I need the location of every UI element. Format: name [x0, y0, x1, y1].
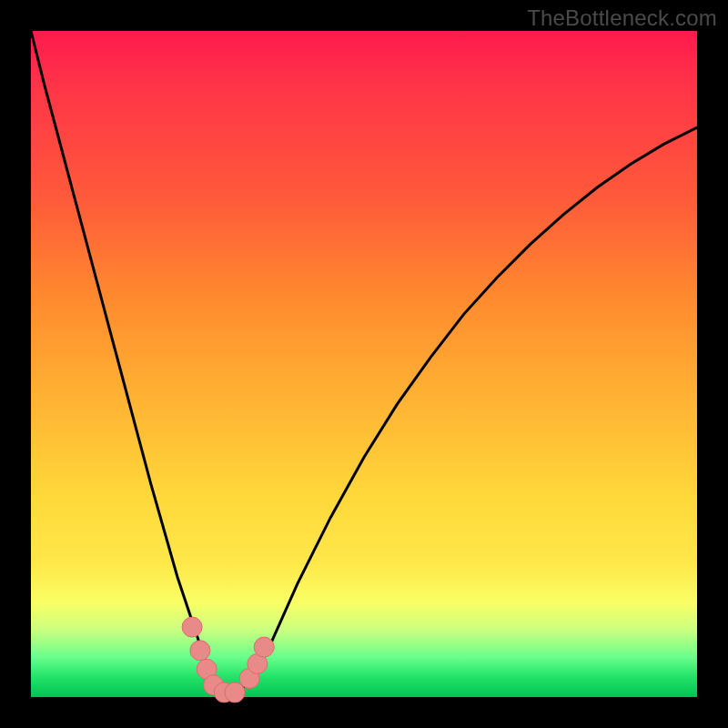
chart-frame: TheBottleneck.com — [0, 0, 728, 728]
bottleneck-curve — [31, 31, 697, 693]
bottleneck-curve-svg — [31, 31, 697, 697]
curve-marker — [182, 617, 202, 637]
curve-markers — [182, 617, 274, 703]
watermark-text: TheBottleneck.com — [527, 5, 717, 31]
plot-area — [31, 31, 697, 697]
curve-marker — [190, 641, 210, 661]
curve-marker — [254, 637, 274, 657]
